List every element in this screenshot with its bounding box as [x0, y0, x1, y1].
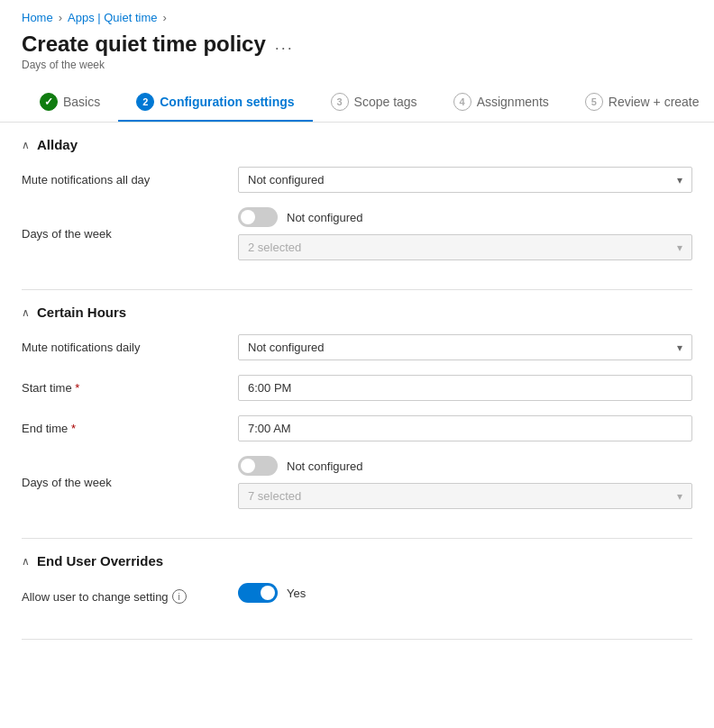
allday-mute-dropdown[interactable]: Not configured ▾	[238, 167, 692, 193]
allday-days-toggle-row: Not configured	[238, 207, 692, 227]
allday-days-dropdown-value: 2 selected	[248, 241, 301, 254]
breadcrumb-apps[interactable]: Apps | Quiet time	[68, 11, 157, 24]
certain-days-toggle-slider	[238, 456, 278, 476]
end-user-overrides-header[interactable]: ∧ End User Overrides	[22, 553, 692, 569]
allday-days-toggle[interactable]	[238, 207, 278, 227]
tab-assignments[interactable]: 4 Assignments	[435, 82, 567, 122]
certain-days-row: Days of the week Not configured 7 select…	[22, 456, 692, 509]
allow-change-row: Allow user to change setting i Yes	[22, 583, 692, 610]
tab-review[interactable]: 5 Review + create	[567, 82, 714, 122]
certain-days-control: Not configured 7 selected ▾	[238, 456, 692, 509]
allday-mute-control: Not configured ▾	[238, 167, 692, 193]
certain-mute-dropdown[interactable]: Not configured ▾	[238, 334, 692, 360]
allday-days-label: Days of the week	[22, 227, 238, 241]
allow-change-label: Allow user to change setting	[22, 590, 169, 604]
start-time-row: Start time *	[22, 375, 692, 401]
end-user-overrides-title: End User Overrides	[37, 553, 163, 569]
certain-days-label: Days of the week	[22, 476, 238, 489]
end-time-label: End time *	[22, 422, 238, 435]
tab-configuration-label: Configuration settings	[160, 95, 294, 109]
allow-change-toggle-label: Yes	[287, 587, 306, 600]
allow-change-toggle[interactable]	[238, 583, 278, 603]
certain-mute-control: Not configured ▾	[238, 334, 692, 360]
end-user-overrides-section: ∧ End User Overrides Allow user to chang…	[22, 539, 692, 640]
certain-hours-header[interactable]: ∧ Certain Hours	[22, 305, 692, 320]
allow-change-toggle-slider	[238, 583, 278, 603]
end-time-input[interactable]	[238, 415, 692, 441]
allday-days-row: Days of the week Not configured 2 select…	[22, 207, 692, 260]
page-header: Create quiet time policy ...	[0, 28, 714, 59]
allow-change-info-icon[interactable]: i	[172, 589, 187, 604]
step-config-circle: 2	[136, 93, 154, 111]
certain-mute-label: Mute notifications daily	[22, 341, 238, 354]
allday-section: ∧ Allday Mute notifications all day Not …	[22, 123, 692, 290]
allday-days-toggle-slider	[238, 207, 278, 227]
allow-change-control: Yes	[238, 583, 692, 610]
step-basics-circle: ✓	[40, 93, 58, 111]
step-review-circle: 5	[585, 93, 603, 111]
breadcrumb: Home › Apps | Quiet time ›	[0, 0, 714, 28]
page-subtitle: Days of the week	[0, 59, 714, 82]
more-options-icon[interactable]: ...	[275, 35, 294, 54]
tab-scope-label: Scope tags	[354, 95, 417, 109]
certain-days-toggle-row: Not configured	[238, 456, 692, 476]
certain-mute-value: Not configured	[248, 341, 325, 354]
allday-section-title: Allday	[37, 137, 78, 152]
step-assignments-circle: 4	[453, 93, 471, 111]
certain-days-dropdown-caret-icon: ▾	[677, 490, 682, 503]
start-time-label: Start time *	[22, 381, 238, 395]
certain-hours-chevron-icon: ∧	[22, 306, 30, 319]
tab-assignments-label: Assignments	[477, 95, 549, 109]
end-time-row: End time *	[22, 415, 692, 441]
certain-hours-title: Certain Hours	[37, 305, 126, 320]
tab-basics-label: Basics	[63, 95, 100, 109]
end-time-control	[238, 415, 692, 441]
allow-change-label-container: Allow user to change setting i	[22, 589, 238, 604]
allday-days-dropdown-caret-icon: ▾	[677, 241, 682, 254]
step-scope-circle: 3	[331, 93, 349, 111]
allday-mute-label: Mute notifications all day	[22, 173, 238, 187]
allday-section-header[interactable]: ∧ Allday	[22, 137, 692, 152]
allow-change-toggle-row: Yes	[238, 583, 692, 603]
wizard-tabs: ✓ Basics 2 Configuration settings 3 Scop…	[0, 82, 714, 123]
certain-mute-caret-icon: ▾	[677, 341, 682, 354]
start-time-control	[238, 375, 692, 401]
certain-days-toggle[interactable]	[238, 456, 278, 476]
allday-mute-value: Not configured	[248, 173, 325, 187]
end-user-chevron-icon: ∧	[22, 555, 30, 568]
certain-days-dropdown[interactable]: 7 selected ▾	[238, 483, 692, 509]
tab-scope[interactable]: 3 Scope tags	[313, 82, 435, 122]
tab-basics[interactable]: ✓ Basics	[22, 82, 118, 122]
allday-mute-row: Mute notifications all day Not configure…	[22, 167, 692, 193]
tab-configuration[interactable]: 2 Configuration settings	[118, 82, 312, 122]
page-title: Create quiet time policy	[22, 32, 266, 57]
allday-chevron-icon: ∧	[22, 139, 30, 151]
breadcrumb-home[interactable]: Home	[22, 11, 53, 24]
main-content: ∧ Allday Mute notifications all day Not …	[0, 123, 714, 640]
allday-mute-caret-icon: ▾	[677, 174, 682, 187]
allday-days-dropdown[interactable]: 2 selected ▾	[238, 234, 692, 260]
certain-days-toggle-label: Not configured	[287, 460, 363, 473]
certain-days-dropdown-value: 7 selected	[248, 489, 301, 503]
certain-hours-section: ∧ Certain Hours Mute notifications daily…	[22, 290, 692, 539]
allday-days-toggle-label: Not configured	[287, 211, 363, 224]
tab-review-label: Review + create	[609, 95, 700, 109]
start-time-input[interactable]	[238, 375, 692, 401]
allday-days-control: Not configured 2 selected ▾	[238, 207, 692, 260]
certain-mute-row: Mute notifications daily Not configured …	[22, 334, 692, 360]
